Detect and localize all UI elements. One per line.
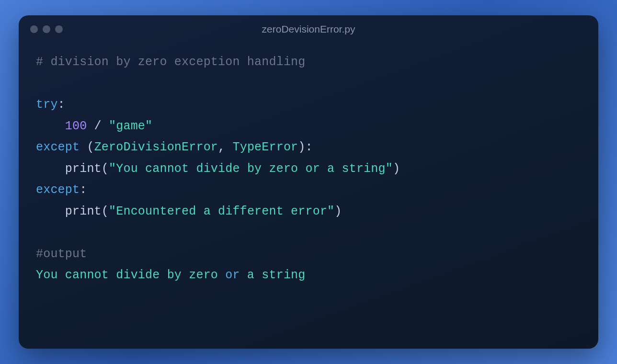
punct-colon: : [58, 98, 65, 112]
string-literal: "game" [109, 119, 152, 133]
indent [36, 119, 65, 133]
code-comment: # division by zero exception handling [36, 55, 306, 69]
class-zerodivisionerror: ZeroDivisionError [94, 140, 218, 154]
punct-colon: : [80, 183, 87, 197]
output-text: a string [240, 268, 306, 282]
output-text: You cannot divide by zero [36, 268, 225, 282]
keyword-except: except [36, 183, 80, 197]
space [80, 140, 87, 154]
punct-rparen: ) [334, 205, 342, 218]
number-literal: 100 [65, 119, 87, 133]
func-print: print [65, 205, 102, 218]
maximize-icon[interactable] [55, 25, 63, 33]
punct-lparen: ( [102, 205, 109, 218]
code-comment: #output [36, 247, 87, 261]
editor-window: zeroDevisionError.py # division by zero … [19, 15, 598, 349]
class-typeerror: TypeError [232, 140, 298, 154]
window-controls [30, 25, 63, 33]
close-icon[interactable] [30, 25, 38, 33]
keyword-except: except [36, 140, 80, 154]
punct-rparen: ) [298, 140, 305, 154]
string-literal: "You cannot divide by zero or a string" [109, 162, 393, 176]
file-title: zeroDevisionError.py [19, 23, 598, 35]
minimize-icon[interactable] [43, 25, 50, 33]
punct-comma: , [218, 140, 232, 154]
operator-div: / [87, 119, 109, 133]
keyword-try: try [36, 98, 58, 112]
code-editor[interactable]: # division by zero exception handling tr… [19, 43, 598, 349]
punct-colon: : [306, 140, 313, 154]
keyword-or: or [225, 268, 240, 282]
indent [36, 205, 65, 218]
func-print: print [65, 162, 102, 176]
punct-rparen: ) [393, 162, 400, 176]
punct-lparen: ( [102, 162, 109, 176]
punct-lparen: ( [87, 140, 94, 154]
string-literal: "Encountered a different error" [109, 205, 334, 218]
indent [36, 162, 65, 176]
titlebar: zeroDevisionError.py [19, 15, 598, 43]
